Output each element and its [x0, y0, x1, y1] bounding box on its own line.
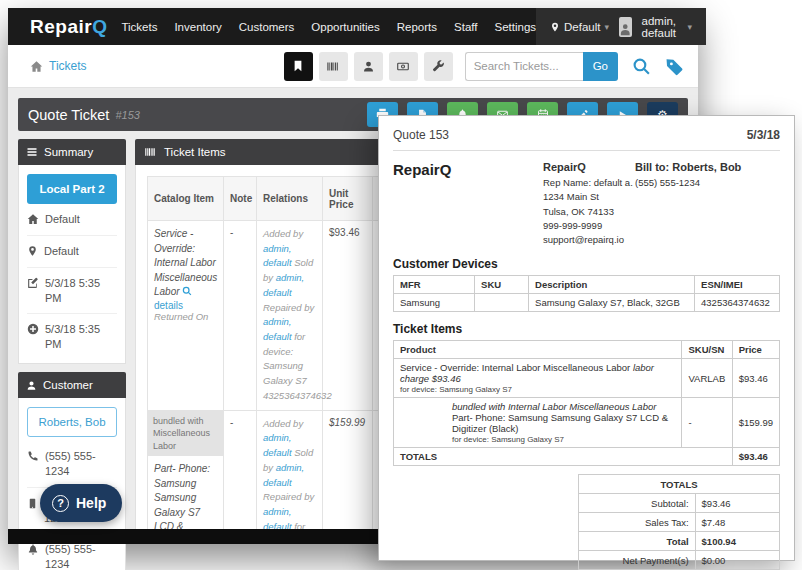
- alert-phone-value: (555) 555-1234: [45, 542, 117, 570]
- details-link[interactable]: details: [154, 300, 183, 311]
- help-button[interactable]: ? Help: [40, 484, 122, 522]
- table-header-row: Product SKU/SN Price: [394, 341, 780, 359]
- avatar[interactable]: [619, 17, 632, 37]
- col-sku-sn: SKU/SN: [682, 341, 732, 359]
- search-icon[interactable]: [632, 57, 651, 76]
- quote-document: Quote 153 5/3/18 RepairQ RepairQ Rep Nam…: [378, 115, 795, 561]
- price-cell: $159.99: [732, 398, 779, 448]
- ticket-items-header-label: Ticket Items: [164, 146, 226, 158]
- status-button[interactable]: Local Part 2: [27, 174, 117, 204]
- nav-menu: Tickets Inventory Customers Opportunitie…: [121, 21, 536, 33]
- bookmark-icon: [292, 59, 304, 73]
- col-note: Note: [224, 177, 257, 221]
- nav-item-tickets[interactable]: Tickets: [121, 21, 157, 33]
- totals-box-wrap: TOTALS Subtotal: $93.46 Sales Tax: $7.48…: [393, 474, 780, 570]
- nav-item-staff[interactable]: Staff: [454, 21, 477, 33]
- quote-title: Quote 153: [393, 128, 449, 142]
- navbar-right: Default ▾ admin, default ▾: [536, 8, 706, 45]
- customer-header: Customer: [18, 372, 126, 398]
- table-row: Service - Override: Internal Labor Misce…: [394, 359, 780, 398]
- product-cell: bundled with Internal Labor Miscellaneou…: [394, 398, 682, 448]
- location-selector[interactable]: Default ▾: [550, 21, 609, 33]
- top-navbar: RepairQ Tickets Inventory Customers Oppo…: [8, 8, 698, 45]
- wrench-icon: [432, 60, 445, 73]
- description-cell: Samsung Galaxy S7, Black, 32GB: [529, 294, 695, 312]
- relation-text: Repaired by: [263, 302, 314, 313]
- person-icon: [619, 21, 632, 37]
- caret-down-icon: ▾: [604, 22, 609, 32]
- search-input[interactable]: [465, 52, 583, 81]
- document-header: Quote 153 5/3/18: [393, 128, 780, 151]
- nav-item-customers[interactable]: Customers: [239, 21, 295, 33]
- location-row: Default: [27, 236, 117, 268]
- device-note: for device: Samsung Galaxy S7: [400, 435, 675, 444]
- nav-item-settings[interactable]: Settings: [494, 21, 536, 33]
- repairq-logo[interactable]: RepairQ: [8, 16, 121, 38]
- relations-cell: Added by admin, default Sold by admin, d…: [257, 221, 323, 411]
- summary-header: Summary: [18, 139, 126, 165]
- edit-icon: [27, 277, 39, 289]
- device-note: for device: Samsung Galaxy S7: [400, 385, 675, 394]
- summary-body: Local Part 2 Default Default 5/3/18 5:35…: [18, 165, 126, 364]
- customer-button[interactable]: [354, 52, 383, 81]
- user-link[interactable]: admin, default: [263, 432, 292, 458]
- customer-devices-heading: Customer Devices: [393, 257, 780, 271]
- phone-row: (555) 555-1234: [27, 441, 117, 488]
- quote-date: 5/3/18: [747, 128, 780, 142]
- product-name: Service - Override: Internal Labor Misce…: [400, 362, 633, 373]
- zoom-details-icon[interactable]: [182, 287, 192, 298]
- user-link[interactable]: admin, default: [263, 243, 292, 269]
- barcode-icon: [326, 60, 340, 73]
- item-name: Part- Phone: Samsung Samsung Galaxy S7 L…: [154, 463, 210, 539]
- price-cell: $93.46: [732, 359, 779, 398]
- sales-tax-row: Sales Tax: $7.48: [579, 513, 780, 532]
- nav-item-opportunities[interactable]: Opportunities: [311, 21, 379, 33]
- net-payments-label: Net Payment(s): [579, 551, 696, 570]
- store-name: RepairQ: [543, 161, 635, 173]
- nav-item-inventory[interactable]: Inventory: [174, 21, 221, 33]
- esn-cell: 4325364374632: [695, 294, 780, 312]
- bill-to: Bill to: Roberts, Bob (555) 555-1234: [635, 161, 780, 247]
- user-menu[interactable]: admin, default ▾: [642, 15, 693, 39]
- caret-down-icon: ▾: [688, 22, 693, 32]
- user-link[interactable]: admin, default: [263, 506, 292, 532]
- bundle-note: bundled with Internal Labor Miscellaneou…: [400, 401, 675, 412]
- toolbar: Tickets Go: [8, 45, 698, 88]
- store-address: 1234 Main St: [543, 190, 635, 204]
- barcode-icon: [144, 146, 157, 158]
- sales-tax-value: $7.48: [695, 513, 779, 532]
- location-label: Default: [564, 21, 600, 33]
- brand-text: Repair: [30, 16, 92, 37]
- col-product: Product: [394, 341, 682, 359]
- sku-sn-cell: -: [682, 398, 732, 448]
- document-columns: RepairQ RepairQ Rep Name: default a. 123…: [393, 161, 780, 247]
- nav-item-reports[interactable]: Reports: [397, 21, 437, 33]
- table-header-row: MFR SKU Description ESN/IMEI: [394, 276, 780, 294]
- go-button[interactable]: Go: [583, 52, 618, 81]
- col-description: Description: [529, 276, 695, 294]
- service-button[interactable]: [424, 52, 453, 81]
- cash-button[interactable]: [389, 52, 418, 81]
- relation-text: Repaired by: [263, 491, 314, 502]
- home-icon[interactable]: [30, 60, 43, 73]
- user-link[interactable]: admin, default: [263, 316, 292, 342]
- barcode-button[interactable]: [319, 52, 348, 81]
- help-label: Help: [76, 495, 106, 511]
- bookmark-button[interactable]: [284, 52, 313, 81]
- summary-header-label: Summary: [44, 146, 93, 158]
- ticket-items-heading: Ticket Items: [393, 322, 780, 336]
- modified-value: 5/3/18 5:35 PM: [45, 276, 117, 306]
- store-city: Tulsa, OK 74133: [543, 205, 635, 219]
- col-price: Price: [732, 341, 779, 359]
- breadcrumb-tickets-link[interactable]: Tickets: [49, 59, 87, 73]
- store-row: Default: [27, 204, 117, 236]
- customer-name-button[interactable]: Roberts, Bob: [27, 407, 117, 437]
- col-unit-price: Unit Price: [323, 177, 373, 221]
- col-catalog-item: Catalog Item: [148, 177, 224, 221]
- tag-icon[interactable]: [665, 57, 684, 76]
- list-icon: [26, 146, 38, 158]
- relation-text: Added by: [263, 228, 303, 239]
- total-row: Total $100.94: [579, 532, 780, 551]
- question-icon: ?: [52, 495, 69, 512]
- created-value: 5/3/18 5:35 PM: [45, 322, 117, 352]
